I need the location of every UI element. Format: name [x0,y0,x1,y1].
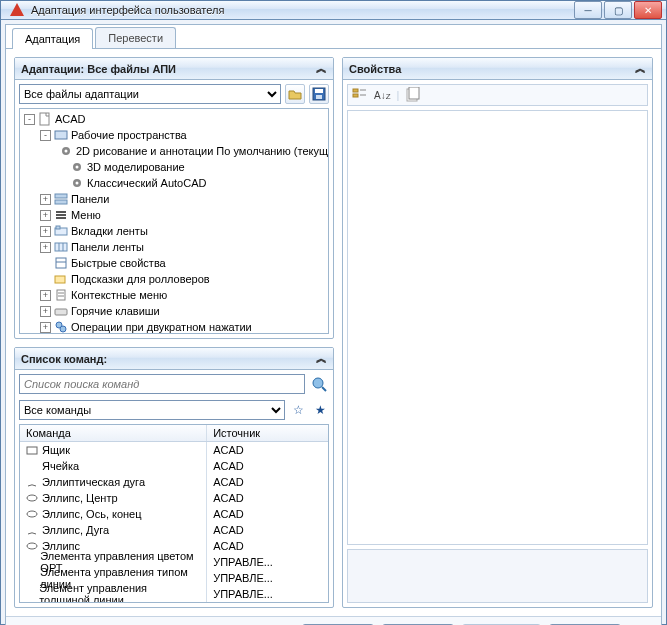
tree-node[interactable]: 3D моделирование [22,159,326,175]
open-file-icon[interactable] [285,84,305,104]
expand-icon[interactable]: + [40,210,51,221]
command-row[interactable]: ЯчейкаACAD [20,458,328,474]
svg-point-35 [27,511,37,517]
ribtab-icon [54,224,68,238]
command-name: Ячейка [42,460,79,472]
tree-node[interactable]: Быстрые свойства [22,255,326,271]
svg-marker-0 [10,3,24,16]
expand-icon[interactable]: + [40,306,51,317]
titlebar[interactable]: Адаптация интерфейса пользователя ─ ▢ ✕ [1,1,666,20]
tree-node[interactable]: +Вкладки ленты [22,223,326,239]
svg-point-9 [76,166,79,169]
command-search-input[interactable] [19,374,305,394]
expand-icon[interactable]: + [40,322,51,333]
command-source: ACAD [207,458,328,474]
key-icon [54,304,68,318]
tree-node[interactable]: +Панели ленты [22,239,326,255]
arc-icon [26,524,42,536]
tree-node[interactable]: +Горячие клавиши [22,303,326,319]
tree-node[interactable]: -Рабочие пространства [22,127,326,143]
tree-node[interactable]: +Операции при двукратном нажатии [22,319,326,334]
tree-node[interactable]: +Контекстные меню [22,287,326,303]
command-name: Эллипс, Дуга [42,524,109,536]
expand-icon[interactable]: + [40,226,51,237]
command-row[interactable]: ЯщикACAD [20,442,328,458]
tree-node-label: 2D рисование и аннотации По умолчанию (т… [76,145,329,157]
window-title: Адаптация интерфейса пользователя [31,4,574,16]
tab-translate[interactable]: Перевести [95,27,176,48]
commands-list[interactable]: Команда Источник ЯщикACADЯчейкаACADЭллип… [19,424,329,603]
properties-grid[interactable] [347,110,648,545]
roll-icon [54,272,68,286]
command-row[interactable]: Эллипс, ДугаACAD [20,522,328,538]
command-name: Эллипс, Ось, конец [42,508,142,520]
adaptations-panel-header[interactable]: Адаптации: Все файлы АПИ ︽ [15,58,333,80]
dialog-footer: OK Отмена Применить Справка [6,616,661,625]
command-row[interactable]: Эллипс, ЦентрACAD [20,490,328,506]
collapse-icon[interactable]: ︽ [635,61,646,76]
search-globe-icon[interactable] [309,374,329,394]
tree-node-label: Вкладки ленты [71,225,148,237]
close-button[interactable]: ✕ [634,1,662,19]
categorized-icon[interactable] [352,87,368,103]
properties-panel: Свойства ︽ A↓Z | [342,57,653,608]
command-source: ACAD [207,474,328,490]
adaptations-file-dropdown[interactable]: Все файлы адаптации [19,84,281,104]
tree-node-label: Панели [71,193,109,205]
column-command[interactable]: Команда [20,425,207,441]
tab-adaptation[interactable]: Адаптация [12,28,93,49]
minimize-button[interactable]: ─ [574,1,602,19]
sort-az-icon[interactable]: A↓Z [374,90,391,101]
property-pages-icon[interactable] [405,87,421,103]
svg-rect-24 [55,276,65,283]
tree-node[interactable]: +Панели [22,191,326,207]
ell-icon [26,492,42,504]
star-outline-icon[interactable]: ☆ [289,401,307,419]
tree-node-label: Рабочие пространства [71,129,187,141]
ell-icon [26,508,42,520]
ws-icon [54,128,68,142]
command-name: Ящик [42,444,70,456]
commands-panel-header[interactable]: Список команд: ︽ [15,348,333,370]
tree-node-label: Подсказки для ролловеров [71,273,210,285]
properties-toolbar: A↓Z | [347,84,648,106]
tree-spacer [56,178,67,189]
panel-icon [54,192,68,206]
collapse-icon[interactable]: - [40,130,51,141]
collapse-icon[interactable]: ︽ [316,351,327,366]
svg-rect-33 [27,447,37,454]
expand-icon[interactable]: + [40,290,51,301]
tree-spacer [56,162,67,173]
command-source: УПРАВЛЕ... [207,586,328,602]
column-source[interactable]: Источник [207,425,328,441]
maximize-button[interactable]: ▢ [604,1,632,19]
command-source: ACAD [207,506,328,522]
command-name: Эллиптическая дуга [42,476,145,488]
expand-icon[interactable]: + [40,242,51,253]
adaptations-tree[interactable]: -ACAD-Рабочие пространства2D рисование и… [19,108,329,334]
tabbar: Адаптация Перевести [6,25,661,49]
tree-node[interactable]: -ACAD [22,111,326,127]
expand-icon[interactable]: + [40,194,51,205]
collapse-icon[interactable]: ︽ [316,61,327,76]
svg-rect-4 [40,113,49,125]
tree-node[interactable]: +Меню [22,207,326,223]
quick-icon [54,256,68,270]
save-file-icon[interactable] [309,84,329,104]
tree-node[interactable]: 2D рисование и аннотации По умолчанию (т… [22,143,326,159]
tree-node-label: ACAD [55,113,86,125]
ribpan-icon [54,240,68,254]
tree-node[interactable]: Классический AutoCAD [22,175,326,191]
box-icon [26,444,42,456]
svg-line-32 [322,387,326,391]
tree-node-label: Операции при двукратном нажатии [71,321,252,333]
star-solid-icon[interactable]: ★ [311,401,329,419]
command-row[interactable]: Элемент управления толщиной линииУПРАВЛЕ… [20,586,328,602]
tree-node[interactable]: Подсказки для ролловеров [22,271,326,287]
command-category-dropdown[interactable]: Все команды [19,400,285,420]
command-row[interactable]: Эллиптическая дугаACAD [20,474,328,490]
properties-panel-header[interactable]: Свойства ︽ [343,58,652,80]
collapse-icon[interactable]: - [24,114,35,125]
command-row[interactable]: Эллипс, Ось, конецACAD [20,506,328,522]
svg-rect-19 [55,243,67,251]
